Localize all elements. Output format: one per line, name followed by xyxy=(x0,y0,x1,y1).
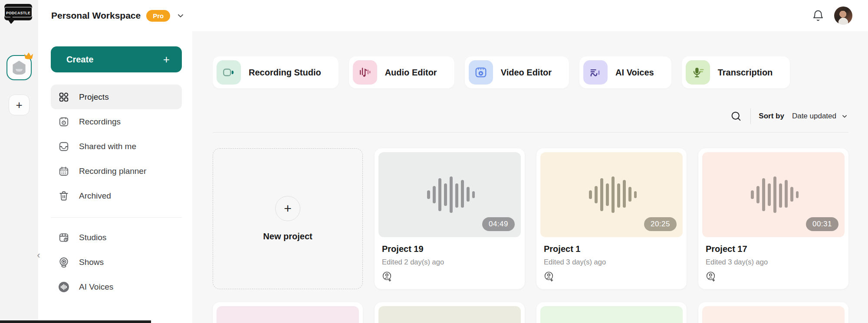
projects-grid: + New project 04:49 Project 19 xyxy=(213,148,848,323)
user-avatar[interactable] xyxy=(834,7,852,25)
invite-person-icon[interactable] xyxy=(544,271,555,282)
chevron-down-icon xyxy=(841,112,848,120)
sidebar-item-shared-with-me[interactable]: Shared with me xyxy=(51,134,182,159)
project-thumbnail: 04:49 xyxy=(378,152,521,237)
podcastle-logo[interactable]: PODCASTLE xyxy=(4,4,32,20)
project-card[interactable] xyxy=(536,302,687,323)
waveform-icon xyxy=(747,174,799,215)
sort-by-label: Sort by xyxy=(759,112,784,121)
project-edited-text: Edited 2 day(s) ago xyxy=(382,258,517,266)
ai-voices-wave-icon xyxy=(58,281,69,293)
grid-icon xyxy=(58,91,69,103)
top-header: Personal Workspace Pro xyxy=(38,0,868,31)
project-edited-text: Edited 3 day(s) ago xyxy=(544,258,679,266)
tool-card-recording-studio[interactable]: Recording Studio xyxy=(213,56,339,88)
project-title: Project 19 xyxy=(382,244,517,254)
sidebar-item-recording-planner[interactable]: Recording planner xyxy=(51,159,182,183)
sidebar-item-ai-voices[interactable]: AI Voices xyxy=(51,274,182,299)
podcastle-logo-text: PODCASTLE xyxy=(6,11,30,15)
ai-voices-tool-icon xyxy=(583,60,608,85)
waveform-icon xyxy=(424,174,476,215)
project-thumbnail: 00:31 xyxy=(702,152,845,237)
plus-icon: + xyxy=(163,53,170,66)
sidebar-item-shows[interactable]: Shows xyxy=(51,250,182,274)
filter-bar: Sort by Date updated xyxy=(730,108,848,124)
studio-schedule-icon xyxy=(58,232,69,243)
workspace-avatar xyxy=(12,61,26,75)
sort-dropdown[interactable]: Date updated xyxy=(792,112,848,121)
pro-plan-badge: Pro xyxy=(146,10,170,22)
sidebar-item-projects[interactable]: Projects xyxy=(51,85,182,109)
crown-icon xyxy=(23,51,34,61)
sidebar-nav: Projects Recordings Shared with me xyxy=(38,85,192,299)
transcription-icon xyxy=(686,60,710,85)
project-card[interactable]: 20:25 Project 1 Edited 3 day(s) ago xyxy=(536,148,687,289)
tool-card-ai-voices[interactable]: AI Voices xyxy=(579,56,671,88)
tool-shortcuts-row: Recording Studio Audio Editor xyxy=(213,56,790,88)
shows-mic-icon xyxy=(58,257,69,268)
duration-badge: 00:31 xyxy=(806,217,838,231)
project-thumbnail xyxy=(217,306,359,323)
shared-inbox-icon xyxy=(58,141,69,152)
project-title: Project 17 xyxy=(706,244,841,254)
chevron-down-icon[interactable] xyxy=(176,11,185,20)
project-thumbnail xyxy=(378,306,521,323)
audio-editor-icon xyxy=(353,60,377,85)
duration-badge: 04:49 xyxy=(482,217,515,231)
bottom-cutoff-strip xyxy=(0,320,151,323)
sidebar: Create + Projects Recordings Shared with xyxy=(38,31,192,323)
project-card[interactable] xyxy=(375,302,525,323)
project-thumbnail: 20:25 xyxy=(540,152,683,237)
notifications-bell-icon[interactable] xyxy=(812,9,825,22)
project-edited-text: Edited 3 day(s) ago xyxy=(706,258,841,266)
invite-person-icon[interactable] xyxy=(706,271,717,282)
workspace-title: Personal Workspace xyxy=(51,10,141,21)
video-editor-icon xyxy=(469,60,493,85)
project-card[interactable]: 04:49 Project 19 Edited 2 day(s) ago xyxy=(375,148,525,289)
create-button[interactable]: Create + xyxy=(51,46,182,72)
sidebar-item-studios[interactable]: Studios xyxy=(51,225,182,250)
tool-card-audio-editor[interactable]: Audio Editor xyxy=(349,56,454,88)
section-divider xyxy=(213,132,848,133)
workspace-switcher-button[interactable] xyxy=(7,55,32,80)
vertical-divider xyxy=(750,108,751,124)
duration-badge: 20:25 xyxy=(644,217,677,231)
project-thumbnail xyxy=(702,306,845,323)
calendar-icon xyxy=(58,166,69,177)
project-card[interactable]: 00:31 Project 17 Edited 3 day(s) ago xyxy=(698,148,848,289)
sidebar-item-archived[interactable]: Archived xyxy=(51,183,182,208)
recording-play-icon xyxy=(58,116,69,127)
add-workspace-button[interactable]: + xyxy=(9,95,30,115)
workspace-title-group[interactable]: Personal Workspace Pro xyxy=(38,10,185,22)
sidebar-item-recordings[interactable]: Recordings xyxy=(51,109,182,134)
project-card[interactable] xyxy=(213,302,363,323)
project-card[interactable] xyxy=(698,302,848,323)
search-icon[interactable] xyxy=(730,110,743,123)
project-thumbnail xyxy=(540,306,683,323)
trash-icon xyxy=(58,190,69,202)
tool-card-transcription[interactable]: Transcription xyxy=(682,56,790,88)
sidebar-collapse-chevron[interactable]: ‹ xyxy=(35,249,43,262)
plus-icon: + xyxy=(275,196,300,221)
new-project-card[interactable]: + New project xyxy=(213,148,363,289)
main-content: Recording Studio Audio Editor xyxy=(192,31,868,323)
waveform-icon xyxy=(585,174,638,215)
left-rail: PODCASTLE + xyxy=(0,0,38,323)
invite-person-icon[interactable] xyxy=(382,271,393,282)
tool-card-video-editor[interactable]: Video Editor xyxy=(465,56,569,88)
project-title: Project 1 xyxy=(544,244,679,254)
recording-studio-icon xyxy=(217,60,241,85)
sidebar-divider xyxy=(51,217,182,218)
